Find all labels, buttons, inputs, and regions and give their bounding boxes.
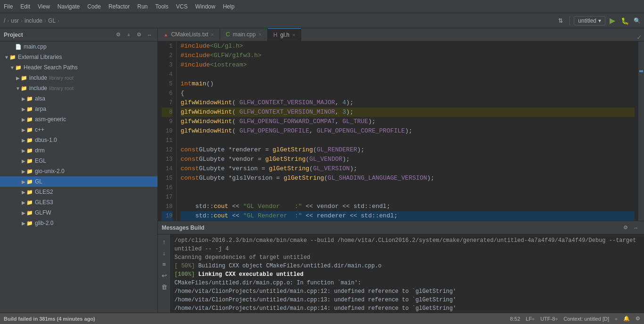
tree-item-drm[interactable]: ▶ 📁 drm [0, 145, 157, 156]
code-content[interactable]: #include <GL/gl.h> #include <GLFW/glfw3.… [177, 42, 638, 221]
build-icon-filter[interactable]: ≡ [159, 259, 169, 269]
tree-label: EGL [35, 158, 46, 164]
tree-item-gles2[interactable]: ▶ 📁 GLES2 [0, 187, 157, 197]
tab-close-h[interactable]: × [292, 32, 295, 38]
error-link-12[interactable]: /home/vita/ClionProjects/untitled/main.c… [174, 288, 330, 295]
build-icon-down[interactable]: ↓ [159, 248, 169, 258]
tree-item-glfw[interactable]: ▶ 📁 GLFW [0, 208, 157, 218]
build-line-err12: /home/vita/ClionProjects/untitled/main.c… [174, 287, 640, 296]
run-button[interactable]: ▶ [607, 16, 618, 26]
menu-code[interactable]: Code [83, 1, 105, 12]
breadcrumb: / › usr › include › GL › [2, 17, 553, 24]
code-editor: 1 2 3 4 5 6 7 8 9 10 11 12 13 14 15 16 1… [158, 42, 644, 221]
code-line-8: glfwWindowHint( GLFW_CONTEXT_VERSION_MIN… [181, 108, 635, 117]
tree-item-include-root2[interactable]: ▼ 📁 include library root [0, 83, 157, 93]
build-line-err13: /home/vita/ClionProjects/untitled/main.c… [174, 296, 640, 304]
status-notifications-icon[interactable]: 🔔 [623, 316, 630, 322]
tab-main-cpp[interactable]: C main.cpp × [220, 28, 268, 41]
breadcrumb-root[interactable]: / [4, 17, 5, 24]
error-link-13[interactable]: /home/vita/ClionProjects/untitled/main.c… [174, 297, 330, 303]
tree-item-gio[interactable]: ▶ 📁 gio-unix-2.0 [0, 166, 157, 176]
tree-item-asm-generic[interactable]: ▶ 📁 asm-generic [0, 114, 157, 125]
folder-icon: 📁 [26, 220, 33, 226]
arrow-icon: ▶ [21, 158, 26, 164]
panel-icons: ⚙ + ⚙ ↔ [114, 31, 154, 39]
tree-item-dbus[interactable]: ▶ 📁 dbus-1.0 [0, 135, 157, 145]
search-button[interactable]: 🔍 [632, 16, 642, 26]
arrow-icon: ▼ [4, 55, 9, 60]
code-line-16 [181, 183, 635, 192]
panel-icon-pin[interactable]: ↔ [145, 31, 154, 39]
status-build-result: Build failed in 381ms (4 minutes ago) [4, 316, 95, 322]
status-settings-icon[interactable]: ⚙ [636, 316, 640, 322]
tree-sublabel: library root [49, 75, 74, 81]
tree-item-cpp-dir[interactable]: ▶ 📁 c++ [0, 125, 157, 135]
build-icon-up[interactable]: ↑ [159, 236, 169, 247]
menu-navigate[interactable]: Navigate [54, 1, 83, 12]
arrow-icon: ▶ [21, 96, 26, 101]
status-encoding[interactable]: UTF-8÷ [540, 316, 558, 322]
build-icon-wrap[interactable]: ↩ [159, 270, 169, 281]
build-settings-icon[interactable]: ⚙ [621, 224, 630, 232]
tree-item-include-root1[interactable]: ▶ 📁 include library root [0, 73, 157, 83]
tree-item-arpa[interactable]: ▶ 📁 arpa [0, 104, 157, 114]
build-icon-clear[interactable]: 🗑 [159, 282, 169, 292]
panel-icon-settings[interactable]: ⚙ [114, 31, 123, 39]
tree-item-header-search[interactable]: ▼ 📁 Header Search Paths [0, 62, 157, 73]
menu-tools[interactable]: Tools [151, 1, 172, 12]
run-target-selector[interactable]: untitled ▾ [574, 16, 605, 25]
menu-run[interactable]: Run [133, 1, 151, 12]
tree-label: include [29, 85, 47, 91]
tree-item-external-libs[interactable]: ▼ 📁 External Libraries [0, 52, 157, 62]
toolbar-settings-icon[interactable]: ⇅ [555, 16, 566, 26]
status-lf[interactable]: LF÷ [526, 316, 535, 322]
tree-item-alsa[interactable]: ▶ 📁 alsa [0, 93, 157, 104]
project-panel-title: Project [4, 32, 114, 38]
menu-vcs[interactable]: VCS [172, 1, 191, 12]
status-indent[interactable]: ÷ [615, 316, 618, 322]
breadcrumb-usr[interactable]: usr [11, 17, 19, 24]
build-line-infunc: CMakeFiles/untitled.dir/main.cpp.o: In f… [174, 279, 640, 287]
tab-close-cmake[interactable]: × [211, 32, 214, 37]
tree-label: main.cpp [24, 43, 47, 50]
code-line-17 [181, 192, 635, 202]
tree-label: Header Search Paths [24, 64, 78, 71]
code-line-7: glfwWindowHint( GLFW_CONTEXT_VERSION_MAJ… [181, 98, 635, 108]
tabs-bar: ▲ CMakeLists.txt × C main.cpp × H gl.h ×… [158, 28, 644, 42]
tab-cmakelists[interactable]: ▲ CMakeLists.txt × [158, 28, 220, 41]
tree-item-gles3[interactable]: ▶ 📁 GLES3 [0, 197, 157, 208]
error-link-14[interactable]: /home/vita/ClionProjects/untitled/main.c… [174, 305, 330, 312]
panel-icon-gear[interactable]: ⚙ [135, 31, 143, 39]
right-gutter [638, 42, 644, 221]
menu-refactor[interactable]: Refactor [105, 1, 133, 12]
menu-help[interactable]: Help [219, 1, 239, 12]
arrow-icon: ▶ [21, 210, 26, 216]
tree-label: GLES2 [35, 189, 53, 195]
status-context[interactable]: Context: untitled [D] [563, 316, 609, 322]
tree-item-gl[interactable]: ▶ 📁 GL [0, 176, 157, 187]
tree-item-egl[interactable]: ▶ 📁 EGL [0, 156, 157, 166]
tree-label: GL [35, 178, 42, 185]
folder-icon: 📁 [15, 65, 22, 71]
folder-icon: 📁 [26, 179, 33, 185]
folder-icon: 📁 [26, 137, 33, 143]
tree-item-glib[interactable]: ▶ 📁 glib-2.0 [0, 218, 157, 228]
tab-close-cpp[interactable]: × [258, 32, 261, 37]
panel-icon-add[interactable]: + [124, 31, 133, 39]
tab-gl-h[interactable]: H gl.h × [268, 28, 301, 41]
menu-file[interactable]: File [0, 1, 17, 12]
cmake-icon: ▲ [164, 32, 168, 37]
tab-label-cmake: CMakeLists.txt [171, 31, 208, 38]
menu-edit[interactable]: Edit [17, 1, 34, 12]
build-pin-icon[interactable]: ↔ [632, 224, 640, 232]
breadcrumb-include[interactable]: include [25, 17, 42, 24]
code-line-3: #include <iostream> [181, 60, 635, 70]
menu-window[interactable]: Window [191, 1, 219, 12]
arrow-icon: ▶ [21, 221, 26, 226]
tree-item-main-cpp[interactable]: 📄 main.cpp [0, 42, 157, 52]
build-panel: Messages Build ⚙ ↔ ↑ ↓ ≡ ↩ 🗑 /opt/clion-… [158, 221, 644, 313]
build-line-cmd: /opt/clion-2016.2.3/bin/cmake/bin/cmake … [174, 236, 640, 253]
breadcrumb-gl[interactable]: GL [48, 17, 56, 24]
menu-view[interactable]: View [34, 1, 54, 12]
debug-button[interactable]: 🐛 [619, 16, 630, 26]
